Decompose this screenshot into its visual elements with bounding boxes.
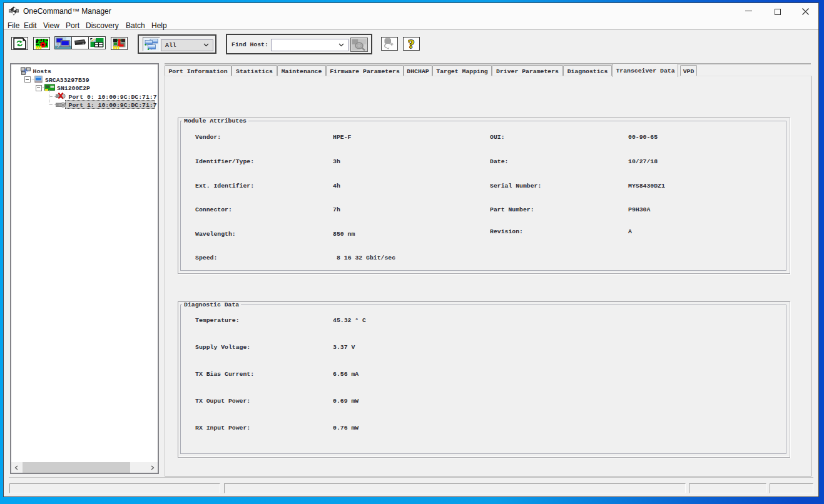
svg-text:?: ? bbox=[408, 38, 414, 50]
